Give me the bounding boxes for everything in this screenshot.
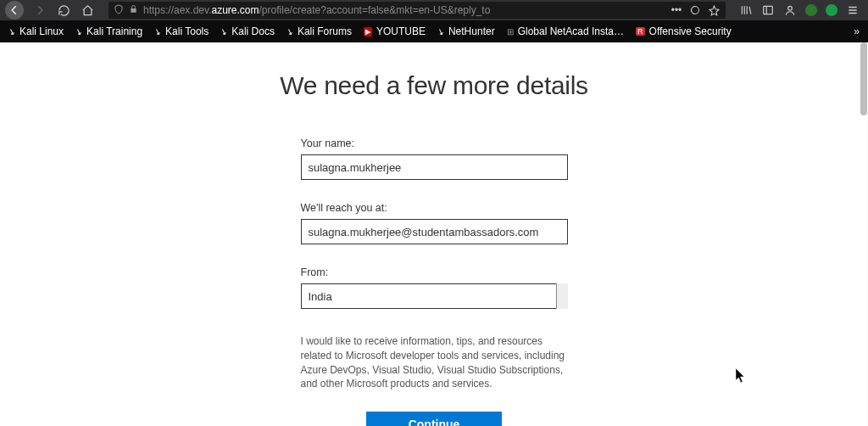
menu-icon[interactable]	[846, 3, 860, 17]
bookmarks-bar: ↘Kali Linux ↘Kali Training ↘Kali Tools ↘…	[0, 20, 868, 42]
library-icon[interactable]	[739, 3, 753, 17]
bookmark-kali-tools[interactable]: ↘Kali Tools	[154, 25, 209, 37]
offsec-icon: R	[636, 27, 645, 36]
email-label: We'll reach you at:	[301, 202, 568, 214]
kali-icon: ↘	[285, 25, 294, 36]
bookmark-kali-forums[interactable]: ↘Kali Forums	[287, 25, 352, 37]
from-label: From:	[301, 266, 568, 278]
bookmark-label: Kali Linux	[19, 25, 64, 37]
back-button[interactable]	[5, 1, 24, 20]
bookmark-label: Kali Training	[86, 25, 142, 37]
youtube-icon: ▶	[364, 27, 372, 36]
country-value: India	[309, 290, 332, 303]
profile-badge-b[interactable]	[805, 4, 817, 16]
reader-icon[interactable]	[688, 3, 702, 17]
scrollbar-thumb[interactable]	[860, 42, 867, 115]
bookmark-star-icon[interactable]	[707, 3, 721, 17]
bookmark-label: Kali Docs	[231, 25, 275, 37]
home-button[interactable]	[80, 3, 95, 18]
svg-rect-0	[131, 8, 136, 13]
chevron-down-icon[interactable]	[556, 283, 568, 309]
kali-icon: ↘	[220, 25, 229, 36]
page-content-area: We need a few more details Your name: We…	[0, 42, 868, 426]
bookmark-label: NetHunter	[448, 25, 495, 37]
disclaimer-text: I would like to receive information, tip…	[301, 334, 568, 391]
more-bookmarks-button[interactable]: »	[854, 25, 860, 37]
more-icon[interactable]: •••	[670, 3, 683, 17]
lock-icon	[129, 4, 138, 16]
continue-button[interactable]: Continue	[366, 412, 502, 426]
bookmark-kali-linux[interactable]: ↘Kali Linux	[8, 25, 64, 37]
bookmark-label: Kali Forums	[298, 25, 352, 37]
url-bar[interactable]: https://aex.dev.azure.com/profile/create…	[108, 2, 726, 19]
bookmark-label: Global NetAcad Insta…	[518, 25, 624, 37]
email-input[interactable]	[301, 219, 568, 244]
profile-badge-g[interactable]	[826, 4, 837, 16]
cursor-icon	[736, 368, 746, 384]
browser-toolbar: https://aex.dev.azure.com/profile/create…	[0, 0, 868, 20]
nav-buttons	[5, 1, 95, 20]
svg-point-3	[788, 6, 793, 10]
bookmark-label: Offensive Security	[649, 25, 732, 37]
bookmark-kali-docs[interactable]: ↘Kali Docs	[220, 25, 275, 37]
reload-button[interactable]	[56, 3, 71, 18]
bookmark-label: YOUTUBE	[376, 25, 426, 37]
name-input[interactable]	[301, 154, 568, 180]
svg-rect-2	[764, 6, 773, 14]
bookmark-nethunter[interactable]: ↘NetHunter	[437, 25, 495, 37]
bookmark-offensive-security[interactable]: ROffensive Security	[636, 25, 732, 37]
profile-form: Your name: We'll reach you at: From: Ind…	[301, 137, 568, 426]
bookmark-kali-training[interactable]: ↘Kali Training	[75, 25, 142, 37]
kali-icon: ↘	[74, 25, 83, 36]
account-icon[interactable]	[783, 3, 797, 17]
kali-icon: ↘	[7, 25, 16, 36]
forward-button	[32, 3, 47, 18]
sidebar-icon[interactable]	[761, 3, 775, 17]
scrollbar-track[interactable]	[860, 42, 868, 426]
kali-icon: ↘	[153, 25, 162, 36]
toolbar-right	[739, 3, 863, 17]
url-text: https://aex.dev.azure.com/profile/create…	[143, 4, 665, 16]
country-select[interactable]: India	[301, 283, 568, 309]
name-label: Your name:	[301, 137, 568, 149]
kali-icon: ↘	[436, 25, 445, 36]
bookmark-label: Kali Tools	[165, 25, 209, 37]
bookmark-global-netacad[interactable]: ⊞Global NetAcad Insta…	[507, 25, 624, 37]
page-title: We need a few more details	[154, 71, 714, 100]
bookmark-youtube[interactable]: ▶YOUTUBE	[364, 25, 426, 37]
netacad-icon: ⊞	[507, 27, 514, 36]
shield-icon	[114, 4, 124, 17]
